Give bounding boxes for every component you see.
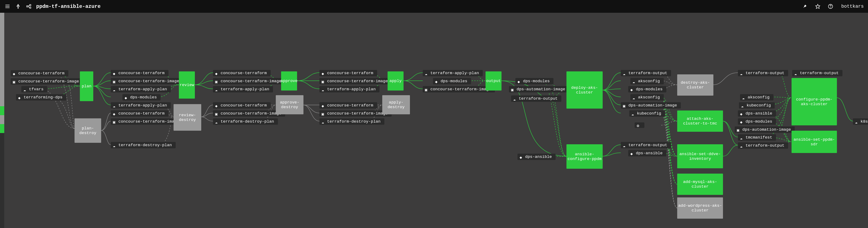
resource-terraform-apply-plan[interactable]: ☁terraform-apply-plan (111, 102, 171, 109)
job-add-mysql-aks-cluster[interactable]: add-mysql-aks-cluster (677, 174, 723, 195)
resource-concourse-terraform[interactable]: ◆concourse-terraform (319, 102, 377, 109)
pin-icon[interactable] (801, 2, 809, 11)
job-ansible-set-ddve-inventory[interactable]: ansible-set-ddve-inventory (677, 144, 723, 168)
git-icon: ◆ (630, 87, 634, 91)
resource-concourse-terraform-image[interactable]: ▣concourse-terraform-image (213, 78, 285, 84)
resource-concourse-terraform-image[interactable]: ▣concourse-terraform-image (111, 118, 183, 125)
resource-label: tmcmanifest (746, 135, 772, 140)
resource-concourse-terraform-image[interactable]: ▣concourse-terraform-image (111, 78, 183, 84)
resource-terraform-output[interactable]: ☁terraform-output (792, 70, 842, 76)
job-configure-ppdm-aks-cluster[interactable]: configure-ppdm-aks-cluster (792, 78, 837, 125)
resource-label: tfvars (29, 87, 43, 91)
resource-terraform-apply-plan[interactable]: ☁terraform-apply-plan (423, 70, 483, 76)
resource-tfvars[interactable]: ☁tfvars (21, 86, 47, 92)
resource-terraform-apply-plan[interactable]: ☁terraform-apply-plan (213, 86, 273, 92)
resource-concourse-terraform[interactable]: ◆concourse-terraform (11, 70, 68, 76)
resource-label: concourse-terraform-image (430, 87, 491, 91)
sidebar-segment[interactable] (0, 106, 4, 115)
resource-dps-modules[interactable]: ◆dps-modules (122, 94, 161, 101)
job-approve[interactable]: approve (281, 71, 297, 90)
git-icon: ◆ (740, 112, 744, 115)
pipeline-title[interactable]: ppdm-tf-ansible-azure (36, 4, 100, 9)
registry-icon: ▣ (215, 112, 219, 115)
cloud-icon: ☁ (425, 71, 429, 75)
resource-label: concourse-terraform-image (221, 79, 281, 83)
job-review-destroy[interactable]: review-destroy (174, 104, 201, 131)
job-ansible-configure-ppdm[interactable]: ansible-configure-ppdm (566, 144, 603, 169)
favorite-icon[interactable] (813, 2, 822, 11)
resource-concourse-terraform-image[interactable]: ▣concourse-terraform-image (213, 110, 285, 117)
resource-tmcmanifest[interactable]: ☁tmcmanifest (738, 134, 776, 141)
resource-terraform-output[interactable]: ☁terraform-output (738, 142, 788, 149)
job-plan-destroy[interactable]: plan-destroy (74, 118, 101, 143)
resource-concourse-terraform-image[interactable]: ▣concourse-terraform-image (319, 110, 392, 117)
cloud-icon: ☁ (632, 79, 636, 83)
job-attach-aks-cluster-to-tmc[interactable]: attach-aks-cluster-to-tmc (677, 111, 723, 132)
job-apply[interactable]: apply (388, 71, 404, 90)
job-label: review-destroy (175, 113, 200, 122)
resource-concourse-terraform-image[interactable]: ▣concourse-terraform-image (423, 86, 495, 92)
resource-dps-automation-image[interactable]: ▣dps-automation-image (509, 86, 569, 92)
resource-terraform-destroy-plan[interactable]: ☁terraform-destroy-plan (111, 142, 176, 148)
resource-aksconfig[interactable]: ☁aksconfig (740, 94, 773, 101)
resource-dps-automation-image[interactable]: ▣dps-automation-image (735, 126, 795, 133)
resource-concourse-terraform[interactable]: ◆concourse-terraform (111, 110, 168, 117)
job-review[interactable]: review (179, 71, 195, 99)
resource-concourse-terraform[interactable]: ◆concourse-terraform (213, 102, 271, 109)
resource-terraform-apply-plan[interactable]: ☁terraform-apply-plan (319, 86, 379, 92)
resource-concourse-terraform[interactable]: ◆concourse-terraform (213, 70, 271, 76)
resource-terraform-destroy-plan[interactable]: ☁terraform-destroy-plan (213, 118, 278, 125)
resource-k8stoken[interactable]: ☁k8stoken (853, 118, 868, 125)
resource-concourse-terraform-image[interactable]: ▣concourse-terraform-image (319, 78, 392, 84)
job-destroy-aks-cluster[interactable]: destroy-aks-cluster (677, 74, 713, 96)
resource-dps-modules[interactable]: ◆dps-modules (433, 78, 471, 84)
pipeline-canvas[interactable]: ◆concourse-terraform ▣concourse-terrafor… (4, 13, 868, 228)
resource-dps-modules[interactable]: ◆dps-modules (628, 86, 666, 92)
job-deploy-aks-cluster[interactable]: deploy-aks-cluster (566, 71, 603, 109)
cloud-icon: ☁ (623, 143, 627, 147)
resource-terraform-destroy-plan[interactable]: ☁terraform-destroy-plan (319, 118, 384, 125)
resource-aksconfig[interactable]: ☁aksconfig (630, 94, 664, 101)
job-add-wordpress-aks-cluster[interactable]: add-wordpress-aks-cluster (677, 197, 723, 219)
job-approve-destroy[interactable]: approve-destroy (276, 95, 304, 114)
help-icon[interactable] (826, 2, 835, 11)
resource-label: dps-automation-image (517, 87, 565, 91)
resource-settings[interactable]: ⚙ (634, 122, 644, 128)
concourse-logo-icon[interactable] (15, 3, 21, 9)
resource-label: terraform-output (746, 143, 784, 148)
job-output[interactable]: output (486, 71, 501, 90)
job-label: review (180, 83, 194, 87)
resource-terraforming-dps[interactable]: ◆terraforming-dps (16, 94, 66, 101)
job-apply-destroy[interactable]: apply-destroy (382, 95, 410, 114)
cloud-icon: ☁ (113, 143, 117, 147)
resource-dps-automation-image[interactable]: ▣dps-automation-image (621, 102, 681, 109)
resource-dps-ansible[interactable]: ◆dps-ansible (518, 154, 556, 160)
user-menu[interactable]: bottkars (841, 4, 864, 9)
resource-concourse-terraform[interactable]: ◆concourse-terraform (111, 70, 168, 76)
resource-dps-modules[interactable]: ◆dps-modules (515, 78, 554, 84)
resource-concourse-terraform[interactable]: ◆concourse-terraform (319, 70, 377, 76)
svg-rect-4 (30, 4, 31, 6)
resource-terraform-output[interactable]: ☁terraform-output (621, 142, 671, 148)
resource-dps-modules[interactable]: ◆dps-modules (738, 118, 776, 125)
cloud-icon: ☁ (215, 87, 219, 91)
sidebar-segment[interactable] (0, 115, 4, 124)
menu-icon[interactable] (4, 3, 11, 9)
resource-dps-ansible[interactable]: ◆dps-ansible (628, 150, 666, 156)
resource-terraform-output[interactable]: ☁terraform-output (511, 96, 561, 102)
sidebar-segment[interactable] (0, 124, 4, 133)
job-plan[interactable]: plan (80, 71, 93, 101)
job-ansible-set-ppdm-sdr[interactable]: ansible-set-ppdm-sdr (792, 131, 837, 153)
resource-terraform-output[interactable]: ☁terraform-output (621, 70, 671, 76)
resource-label: dps-automation-image (628, 103, 677, 108)
resource-label: concourse-terraform (221, 71, 267, 75)
sidebar-segment[interactable] (0, 13, 4, 106)
resource-kubeconfig[interactable]: ☁kubeconfig (739, 102, 775, 109)
resource-concourse-terraform-image[interactable]: ▣concourse-terraform-image (11, 78, 83, 84)
svg-rect-3 (27, 6, 28, 7)
resource-terraform-apply-plan[interactable]: ☁terraform-apply-plan (111, 86, 171, 92)
resource-kubeconfig[interactable]: ☁kubeconfig (629, 110, 665, 117)
resource-terraform-output[interactable]: ☁terraform-output (738, 70, 788, 76)
resource-dps-ansible[interactable]: ◆dps-ansible (738, 110, 776, 117)
resource-aksconfig[interactable]: ☁aksconfig (630, 78, 664, 84)
